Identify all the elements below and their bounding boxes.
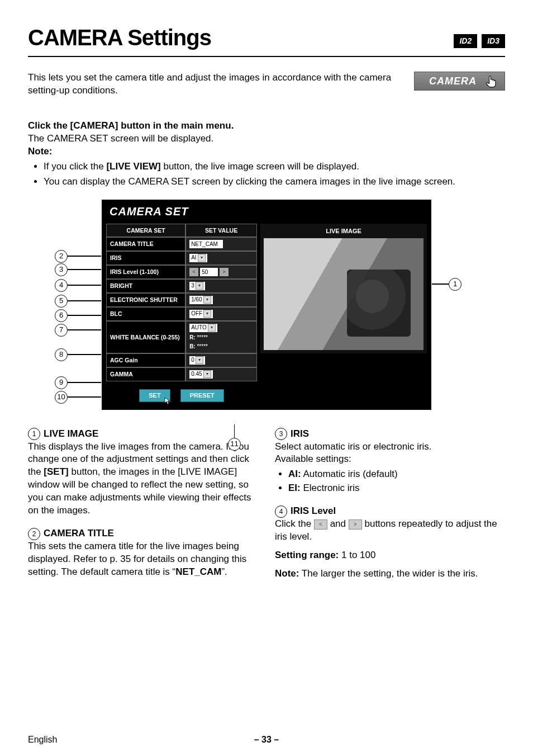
hand-cursor-icon [484,74,499,88]
callout-2: 2 [55,250,68,263]
chevron-down-icon: ▾ [198,254,206,262]
note-label: Note: [28,145,505,158]
section-number: 2 [28,528,40,540]
agc-select[interactable]: 0▾ [189,356,205,365]
row-label: IRIS Level (1-100) [106,265,185,279]
iris-level-input[interactable]: 50 [200,268,218,276]
shutter-select[interactable]: 1/60▾ [189,296,212,304]
row-label: BLC [106,307,185,321]
callout-6: 6 [55,309,68,322]
instruction-screen-line: The CAMERA SET screen will be displayed. [28,133,505,145]
id-badge: ID2 [454,34,477,48]
callout-9: 9 [55,376,68,389]
chevron-down-icon: ▾ [203,310,211,318]
section-body: Click the < and > buttons repeatedly to … [275,518,505,580]
section-title: LIVE IMAGE [44,428,98,441]
footer-language: English [28,734,57,746]
page-title: CAMERA Settings [28,22,211,53]
row-label: AGC Gain [106,353,185,367]
section-title: CAMERA TITLE [44,527,114,540]
camera-set-window: CAMERA SET CAMERA SET SET VALUE CAMERA T… [102,200,431,410]
section-number: 3 [275,428,287,440]
callout-4: 4 [55,279,68,292]
chevron-down-icon: ▾ [208,324,216,332]
preset-button[interactable]: PRESET [180,389,224,402]
section-number: 4 [275,505,287,518]
chevron-down-icon: ▾ [196,356,203,364]
settings-table: CAMERA SET SET VALUE CAMERA TITLE NET_CA… [106,224,257,407]
live-image-panel: LIVE IMAGE [260,224,427,354]
blc-select[interactable]: OFF▾ [189,310,213,318]
bright-select[interactable]: 3▾ [189,282,205,290]
increase-button-icon: > [349,519,362,530]
decrease-button-icon: < [314,519,327,530]
section-body: This displays the live images from the c… [28,441,258,518]
note-item: If you click the [LIVE VIEW] button, the… [44,160,505,173]
chevron-down-icon: ▾ [196,282,203,290]
row-label: CAMERA TITLE [106,237,185,251]
section-title: IRIS [291,428,309,441]
id-badge: ID3 [482,34,505,48]
callout-1: 1 [449,278,461,291]
iris-level-decrease-button[interactable]: < [189,268,198,276]
row-label: WHITE BALANCE (0-255) [106,321,185,353]
section-title: IRIS Level [291,505,336,518]
iris-select[interactable]: AI▾ [189,254,207,262]
set-button[interactable]: SET [139,389,170,402]
row-label: GAMMA [106,367,185,381]
footer-page-number: – 33 – [254,734,279,746]
section-body: This sets the camera title for the live … [28,540,258,579]
live-image-header: LIVE IMAGE [260,224,427,239]
window-title: CAMERA SET [102,200,431,224]
callout-5: 5 [55,295,68,308]
row-label: IRIS [106,251,185,265]
col-header-value: SET VALUE [185,224,257,237]
chevron-down-icon: ▾ [203,370,211,378]
wb-mode-select[interactable]: AUTO▾ [189,324,217,332]
row-label: BRIGHT [106,279,185,293]
note-item: You can display the CAMERA SET screen by… [44,176,505,188]
section-body: Select automatic iris or electronic iris… [275,441,505,495]
instruction-click-line: Click the [CAMERA] button in the main me… [28,120,505,133]
section-number: 1 [28,428,40,440]
iris-level-increase-button[interactable]: > [220,268,229,276]
callout-11: 11 [228,438,241,451]
callout-10: 10 [55,391,68,404]
live-image-preview[interactable] [264,238,423,350]
cursor-arrow-icon [164,397,171,405]
gamma-select[interactable]: 0.45▾ [189,370,212,379]
camera-title-input[interactable]: NET_CAM [189,240,223,248]
row-label: ELECTRONIC SHUTTER [106,293,185,307]
camera-menu-button-label: CAMERA [429,74,477,88]
chevron-down-icon: ▾ [203,296,211,304]
callout-8: 8 [55,348,68,361]
col-header-label: CAMERA SET [106,224,185,237]
callout-3: 3 [55,263,68,276]
camera-menu-button[interactable]: CAMERA [414,72,505,91]
callout-7: 7 [55,324,68,337]
